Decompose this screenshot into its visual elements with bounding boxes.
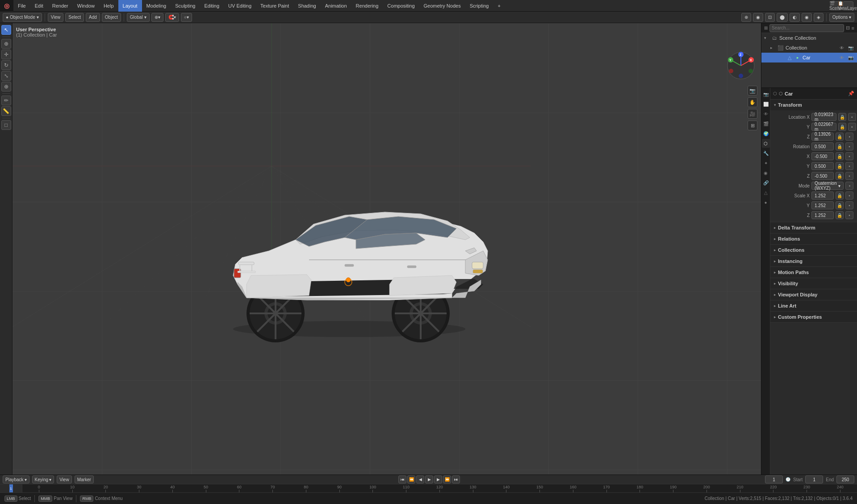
car-render[interactable]: 📷 <box>847 54 854 61</box>
play-btn[interactable]: ▶ <box>425 475 433 483</box>
rotation-w-dot[interactable]: • <box>845 142 853 150</box>
rotation-x-field[interactable]: -0.500 <box>811 152 834 160</box>
tool-measure[interactable]: 📏 <box>1 106 11 116</box>
visibility-header[interactable]: ▸ Visibility <box>770 278 857 289</box>
prop-tab-render[interactable]: 📷 <box>762 90 770 99</box>
line-art-header[interactable]: ▸ Line Art <box>770 300 857 311</box>
transform-space-selector[interactable]: Global ▾ <box>127 13 150 22</box>
grid-icon[interactable]: ⊞ <box>748 121 757 130</box>
scale-y-field[interactable]: 1.252 <box>811 201 834 209</box>
car-visibility[interactable]: 👁 <box>838 54 845 61</box>
workspace-geometry[interactable]: Geometry Nodes <box>419 0 465 12</box>
viewlayer-selector[interactable]: 📋 ViewLayer <box>843 1 853 10</box>
shading-material[interactable]: ◐ <box>790 13 800 22</box>
tool-transform[interactable]: ⊕ <box>1 82 11 92</box>
scale-y-lock[interactable]: 🔒 <box>836 201 844 209</box>
xray-toggle[interactable]: ⊡ <box>765 13 775 22</box>
custom-properties-header[interactable]: ▸ Custom Properties <box>770 312 857 322</box>
rotation-w-field[interactable]: 0.500 <box>811 142 834 150</box>
location-x-dot[interactable]: • <box>848 113 856 121</box>
options-icon[interactable]: ≡ <box>852 25 854 31</box>
location-y-lock[interactable]: 🔒 <box>838 123 846 131</box>
prop-tab-material[interactable]: ● <box>762 198 770 207</box>
prop-tab-physics[interactable]: ◉ <box>762 168 770 177</box>
workspace-texture[interactable]: Texture Paint <box>256 0 293 12</box>
collections-header[interactable]: ▸ Collections <box>770 245 857 255</box>
tool-scale[interactable]: ⤡ <box>1 71 11 81</box>
timeline-view-menu[interactable]: View <box>57 475 72 483</box>
prop-tab-particles[interactable]: ✦ <box>762 158 770 167</box>
filter-icon[interactable]: ⊟ <box>846 25 850 31</box>
snap-toggle[interactable]: 🧲▾ <box>165 13 179 22</box>
rotation-x-lock[interactable]: 🔒 <box>836 152 844 160</box>
workspace-scripting[interactable]: Scripting <box>465 0 493 12</box>
prop-tab-object[interactable]: ⬡ <box>762 139 770 148</box>
pivot-selector[interactable]: ⊕▾ <box>151 13 163 22</box>
motion-paths-header[interactable]: ▸ Motion Paths <box>770 267 857 278</box>
end-frame-display[interactable]: 250 <box>836 475 854 483</box>
scale-z-field[interactable]: 1.252 <box>811 211 834 219</box>
workspace-layout[interactable]: Layout <box>118 0 142 12</box>
tool-move[interactable]: ✛ <box>1 50 11 59</box>
keying-menu[interactable]: Keying ▾ <box>32 475 54 483</box>
rotation-z-lock[interactable]: 🔒 <box>836 172 844 180</box>
workspace-animation[interactable]: Animation <box>321 0 351 12</box>
shading-solid[interactable]: ⬤ <box>777 13 788 22</box>
location-y-field[interactable]: 0.022667 m <box>811 123 836 131</box>
select-menu[interactable]: Select <box>65 13 84 22</box>
tool-select[interactable]: ↖ <box>1 25 11 35</box>
workspace-rendering[interactable]: Rendering <box>351 0 383 12</box>
viewport-3d[interactable]: User Perspective (1) Collection | Car <box>13 23 761 475</box>
rotation-z-dot[interactable]: • <box>845 172 853 180</box>
menu-help[interactable]: Help <box>99 0 118 12</box>
playback-menu[interactable]: Playback ▾ <box>3 475 29 483</box>
rotation-w-lock[interactable]: 🔒 <box>836 142 844 150</box>
workspace-add[interactable]: + <box>493 0 505 12</box>
prop-tab-scene[interactable]: 🎬 <box>762 119 770 128</box>
workspace-sculpting[interactable]: Sculpting <box>171 0 200 12</box>
prop-tab-modifiers[interactable]: 🔧 <box>762 149 770 158</box>
navigation-gizmo[interactable]: Z X Y <box>725 50 757 81</box>
rotation-y-dot[interactable]: • <box>845 162 853 170</box>
scale-z-dot[interactable]: • <box>845 211 853 219</box>
relations-header[interactable]: ▸ Relations <box>770 233 857 244</box>
outliner-car-item[interactable]: △ ▸ Car 👁 📷 <box>761 53 857 62</box>
view-menu[interactable]: View <box>48 13 64 22</box>
prev-keyframe-btn[interactable]: ⏪ <box>407 475 415 483</box>
camera-icon[interactable]: 🎥 <box>748 109 757 119</box>
tool-cursor[interactable]: ⊕ <box>1 39 11 49</box>
outliner-scene-collection[interactable]: ▾ 🗂 Scene Collection <box>761 33 857 43</box>
scale-y-dot[interactable]: • <box>845 201 853 209</box>
prev-frame-btn[interactable]: ◀ <box>416 475 424 483</box>
timeline-ruler[interactable]: 1 01020304050607080901001101201301401501… <box>0 484 857 492</box>
rotation-mode-dot[interactable]: • <box>845 182 853 190</box>
prop-tab-output[interactable]: ⬜ <box>762 100 770 108</box>
menu-render[interactable]: Render <box>48 0 73 12</box>
location-x-field[interactable]: 0.019023 m <box>811 113 836 121</box>
prop-tab-view[interactable]: 👁 <box>762 109 770 118</box>
camera-view-icon[interactable]: 📷 <box>748 86 757 96</box>
scale-z-lock[interactable]: 🔒 <box>836 211 844 219</box>
location-z-dot[interactable]: • <box>845 133 853 141</box>
location-z-field[interactable]: 0.13926 m <box>811 133 834 141</box>
add-menu[interactable]: Add <box>86 13 100 22</box>
rotation-y-lock[interactable]: 🔒 <box>836 162 844 170</box>
location-x-lock[interactable]: 🔒 <box>838 113 846 121</box>
prop-tab-data[interactable]: △ <box>762 188 770 197</box>
pan-icon[interactable]: ✋ <box>748 97 757 107</box>
start-frame-display[interactable]: 1 <box>805 475 823 483</box>
workspace-uv[interactable]: UV Editing <box>224 0 256 12</box>
mode-selector[interactable]: ● Object Mode ▾ <box>3 13 42 22</box>
scale-x-lock[interactable]: 🔒 <box>836 192 844 200</box>
next-keyframe-btn[interactable]: ⏩ <box>443 475 451 483</box>
delta-transform-header[interactable]: ▸ Delta Transform <box>770 222 857 233</box>
tool-add[interactable]: □ <box>1 120 11 130</box>
workspace-compositing[interactable]: Compositing <box>383 0 419 12</box>
menu-edit[interactable]: Edit <box>30 0 48 12</box>
tool-annotate[interactable]: ✏ <box>1 96 11 105</box>
tool-rotate[interactable]: ↻ <box>1 60 11 70</box>
prop-tab-world[interactable]: 🌍 <box>762 129 770 138</box>
menu-window[interactable]: Window <box>73 0 99 12</box>
proportional-toggle[interactable]: ○▾ <box>181 13 192 22</box>
rotation-mode-field[interactable]: Quaternion (WXYZ) ▾ <box>811 182 844 190</box>
